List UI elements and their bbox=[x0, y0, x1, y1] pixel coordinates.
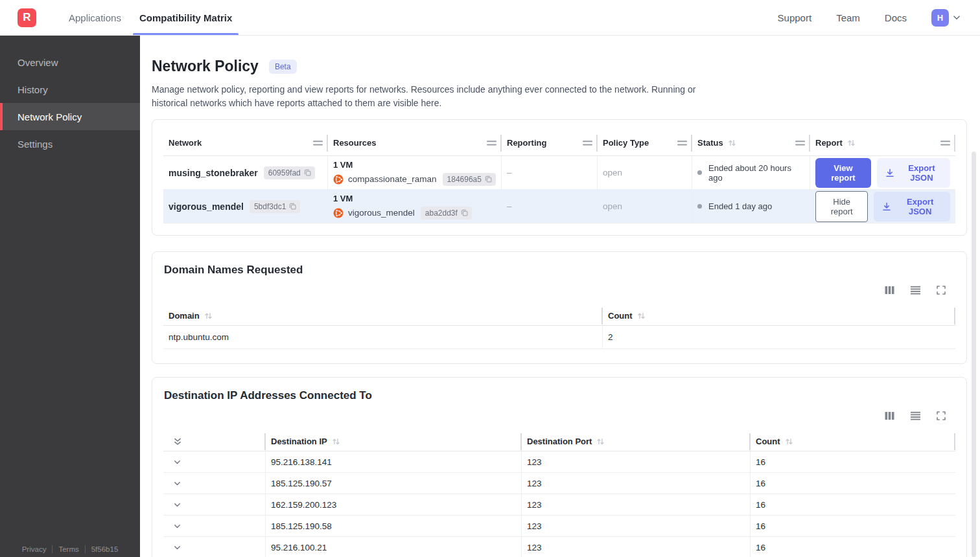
resource-name: vigorous_mendel bbox=[348, 208, 415, 218]
docs-link[interactable]: Docs bbox=[885, 12, 907, 23]
column-header-count[interactable]: Count bbox=[603, 306, 955, 325]
sidebar: Overview History Network Policy Settings… bbox=[0, 36, 140, 557]
terms-link[interactable]: Terms bbox=[58, 545, 78, 553]
fullscreen-icon[interactable] bbox=[936, 411, 946, 421]
columns-icon[interactable] bbox=[884, 285, 895, 295]
tab-compatibility-matrix[interactable]: Compatibility Matrix bbox=[130, 0, 241, 35]
expand-all-icon[interactable] bbox=[172, 437, 183, 447]
sort-icon[interactable] bbox=[596, 437, 605, 446]
table-row: vigorous_mendel 5bdf3dc1 1 VM bbox=[163, 190, 955, 223]
sort-icon[interactable] bbox=[637, 312, 646, 320]
column-label: Report bbox=[815, 138, 843, 148]
domains-table-header: Domain Count bbox=[163, 306, 955, 326]
table-row: 95.216.100.21 123 16 bbox=[163, 537, 955, 557]
support-link[interactable]: Support bbox=[778, 12, 812, 23]
fullscreen-icon[interactable] bbox=[936, 285, 946, 295]
expander-cell bbox=[163, 473, 266, 494]
column-menu-icon[interactable] bbox=[487, 140, 496, 146]
rows-icon[interactable] bbox=[910, 411, 921, 421]
column-label: Domain bbox=[169, 311, 200, 321]
expander-cell bbox=[163, 516, 266, 536]
column-label: Network bbox=[169, 138, 202, 148]
column-menu-icon[interactable] bbox=[940, 140, 950, 146]
expander-cell bbox=[163, 537, 266, 557]
sort-icon[interactable] bbox=[847, 139, 856, 147]
sidebar-item-history[interactable]: History bbox=[0, 76, 140, 103]
sort-icon[interactable] bbox=[332, 437, 340, 446]
download-icon bbox=[885, 168, 895, 178]
copy-icon[interactable] bbox=[288, 202, 297, 210]
table-row: musing_stonebraker 60959fad 1 VM bbox=[163, 156, 955, 190]
export-json-button[interactable]: Export JSON bbox=[874, 192, 950, 222]
column-header-reporting: Reporting bbox=[502, 130, 598, 155]
team-link[interactable]: Team bbox=[836, 12, 860, 23]
table-row: 185.125.190.57 123 16 bbox=[163, 473, 955, 494]
sidebar-item-network-policy[interactable]: Network Policy bbox=[0, 103, 140, 130]
destination-port-cell: 123 bbox=[522, 537, 751, 557]
sort-icon[interactable] bbox=[204, 312, 213, 320]
count-cell: 16 bbox=[751, 473, 955, 494]
hide-report-button[interactable]: Hide report bbox=[815, 191, 868, 222]
chevron-down-icon[interactable] bbox=[172, 521, 182, 531]
copy-icon[interactable] bbox=[303, 168, 312, 177]
resource-id: 184696a5 bbox=[447, 175, 482, 184]
sort-icon[interactable] bbox=[785, 437, 793, 446]
resources-cell: 1 VM bbox=[328, 156, 502, 189]
destination-ips-card: Destination IP Addresses Connected To bbox=[152, 377, 967, 557]
destination-port-cell: 123 bbox=[522, 451, 751, 472]
chevron-down-icon[interactable] bbox=[172, 543, 182, 552]
chevron-down-icon[interactable] bbox=[172, 500, 182, 510]
table-row: 185.125.190.58 123 16 bbox=[163, 516, 955, 537]
build-version: 5f56b15 bbox=[91, 545, 119, 553]
avatar[interactable]: H bbox=[931, 9, 949, 27]
app-logo[interactable]: R bbox=[18, 8, 36, 27]
column-menu-icon[interactable] bbox=[677, 140, 687, 146]
privacy-link[interactable]: Privacy bbox=[22, 545, 47, 553]
resource-id: aba2dd3f bbox=[425, 209, 458, 218]
chevron-down-icon bbox=[951, 12, 962, 23]
column-menu-icon[interactable] bbox=[313, 140, 323, 146]
column-label: Policy Type bbox=[603, 138, 649, 148]
status-dot-icon bbox=[697, 204, 702, 209]
sidebar-item-overview[interactable]: Overview bbox=[0, 49, 140, 76]
navbar-right: Support Team Docs H bbox=[778, 9, 962, 27]
expander-cell bbox=[163, 494, 266, 515]
ubuntu-icon bbox=[333, 208, 344, 218]
column-header-destination-port[interactable]: Destination Port bbox=[522, 432, 751, 451]
policy-type-cell: open bbox=[598, 156, 692, 189]
column-header-destination-ip[interactable]: Destination IP bbox=[266, 432, 522, 451]
copy-icon[interactable] bbox=[460, 209, 469, 217]
copy-icon[interactable] bbox=[484, 175, 493, 183]
network-cell: musing_stonebraker 60959fad bbox=[163, 156, 328, 189]
export-json-button[interactable]: Export JSON bbox=[877, 158, 950, 188]
status-cell: Ended 1 day ago bbox=[692, 190, 810, 223]
report-cell: Hide report Export JSON bbox=[810, 190, 955, 223]
chevron-down-icon[interactable] bbox=[172, 457, 182, 467]
page-title: Network Policy bbox=[152, 58, 259, 75]
column-header-status[interactable]: Status bbox=[692, 130, 810, 155]
column-menu-icon[interactable] bbox=[583, 140, 592, 146]
column-header-report[interactable]: Report bbox=[810, 130, 955, 155]
main-content: Network Policy Beta Manage network polic… bbox=[140, 36, 980, 557]
networks-table-card: Network Resources Reporting bbox=[152, 119, 967, 236]
network-name: vigorous_mendel bbox=[169, 201, 244, 212]
count-cell: 16 bbox=[751, 516, 955, 536]
chevron-down-icon[interactable] bbox=[172, 479, 182, 488]
column-header-count[interactable]: Count bbox=[751, 432, 955, 451]
view-report-button[interactable]: View report bbox=[815, 158, 871, 188]
column-label: Resources bbox=[333, 138, 376, 148]
destination-ip-cell: 95.216.138.141 bbox=[266, 451, 522, 472]
sort-icon[interactable] bbox=[728, 139, 736, 147]
network-name: musing_stonebraker bbox=[169, 168, 258, 178]
resources-cell: 1 VM bbox=[328, 190, 502, 223]
tab-applications[interactable]: Applications bbox=[60, 0, 130, 35]
rows-icon[interactable] bbox=[910, 285, 921, 295]
column-menu-icon[interactable] bbox=[795, 140, 805, 146]
columns-icon[interactable] bbox=[884, 411, 895, 421]
networks-table-header: Network Resources Reporting bbox=[163, 130, 955, 156]
user-menu[interactable]: H bbox=[931, 9, 962, 27]
top-navbar: R Applications Compatibility Matrix Supp… bbox=[0, 0, 980, 36]
page-scrollbar[interactable] bbox=[972, 152, 976, 557]
column-header-domain[interactable]: Domain bbox=[163, 306, 603, 325]
sidebar-item-settings[interactable]: Settings bbox=[0, 130, 140, 157]
